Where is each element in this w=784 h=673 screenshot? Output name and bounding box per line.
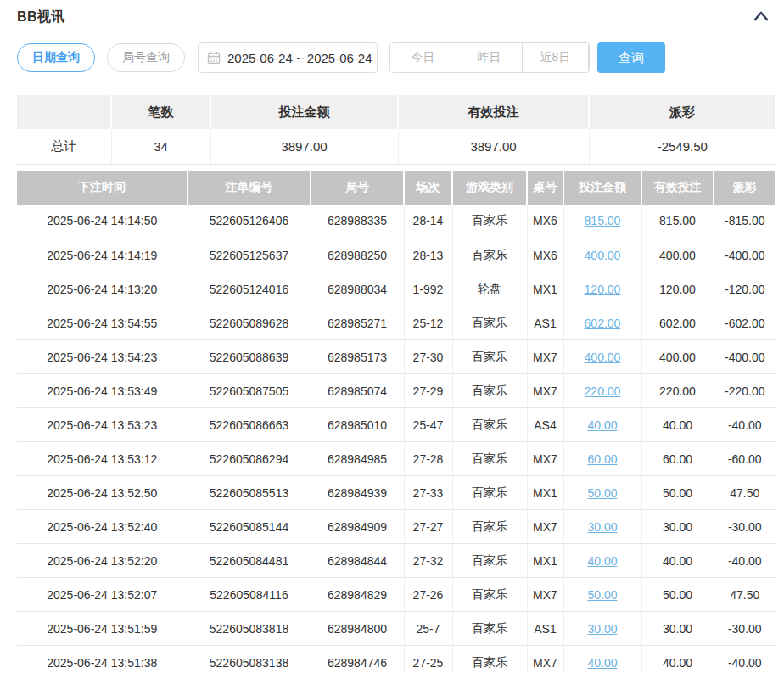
records-header-row: 下注时间 注单编号 局号 场次 游戏类别 桌号 投注金额 有效投注 派彩 (17, 171, 776, 205)
cell-bet-amount: 50.00 (563, 476, 641, 510)
cell-table-no: MX7 (527, 510, 563, 544)
bet-amount-link[interactable]: 400.00 (585, 351, 621, 364)
collapse-panel-button[interactable] (752, 7, 770, 25)
quick-date-button[interactable]: 昨日 (456, 43, 523, 72)
summary-header-cell (17, 95, 111, 129)
record-row: 2025-06-24 13:54:23 522605088639 6289851… (17, 340, 776, 374)
bet-amount-link[interactable]: 30.00 (587, 622, 617, 636)
cell-valid-bet: 120.00 (641, 272, 714, 306)
page-title: BB视讯 (17, 9, 65, 24)
records-header-cell: 注单编号 (188, 171, 311, 205)
cell-table-no: MX7 (527, 578, 563, 612)
records-header-cell: 桌号 (527, 171, 563, 205)
cell-bet-time: 2025-06-24 14:14:50 (17, 205, 188, 238)
search-button[interactable]: 查询 (597, 42, 665, 73)
cell-round-id: 628984939 (311, 476, 404, 510)
cell-bet-id: 522605086663 (188, 408, 311, 442)
cell-game-type: 百家乐 (452, 544, 527, 578)
cell-round-id: 628985271 (311, 306, 404, 340)
bet-amount-link[interactable]: 50.00 (587, 486, 617, 500)
bet-amount-link[interactable]: 40.00 (587, 418, 617, 432)
cell-table-no: AS4 (527, 408, 563, 442)
cell-bet-amount: 400.00 (563, 340, 641, 374)
cell-round-id: 628985074 (311, 374, 404, 408)
filter-toolbar: 日期查询 局号查询 2025-06-24 ~ 2025-06-24 今日 昨日 (17, 42, 767, 73)
summary-header-cell: 投注金额 (210, 95, 398, 129)
records-header-cell: 局号 (311, 171, 404, 205)
tab-round-query[interactable]: 局号查询 (107, 43, 185, 72)
cell-session: 27-26 (404, 578, 452, 612)
bet-amount-link[interactable]: 30.00 (587, 520, 617, 534)
cell-valid-bet: 30.00 (641, 510, 714, 544)
cell-bet-id: 522605089628 (188, 306, 311, 340)
bet-amount-link[interactable]: 120.00 (585, 283, 621, 296)
cell-round-id: 628988034 (311, 272, 404, 306)
cell-bet-amount: 602.00 (563, 306, 641, 340)
cell-table-no: MX6 (527, 238, 563, 272)
cell-round-id: 628984909 (311, 510, 404, 544)
cell-bet-time: 2025-06-24 13:53:23 (17, 408, 188, 442)
cell-session: 27-29 (404, 374, 452, 408)
cell-valid-bet: 40.00 (641, 408, 714, 442)
summary-header-cell: 有效投注 (398, 95, 589, 129)
cell-table-no: MX7 (527, 374, 563, 408)
cell-payout: -60.00 (714, 442, 776, 476)
cell-bet-id: 522605124016 (188, 272, 311, 306)
cell-game-type: 百家乐 (452, 612, 527, 646)
cell-bet-time: 2025-06-24 13:53:12 (17, 442, 188, 476)
cell-bet-id: 522605085513 (188, 476, 311, 510)
cell-session: 1-992 (404, 272, 452, 306)
cell-payout: -220.00 (714, 374, 776, 408)
cell-bet-id: 522605083818 (188, 612, 311, 646)
cell-round-id: 628984829 (311, 578, 404, 612)
cell-valid-bet: 220.00 (641, 374, 714, 408)
quick-date-button[interactable]: 今日 (390, 43, 456, 72)
cell-game-type: 百家乐 (452, 646, 527, 673)
record-row: 2025-06-24 13:52:40 522605085144 6289849… (17, 510, 776, 544)
cell-bet-amount: 30.00 (563, 612, 641, 646)
date-range-input[interactable]: 2025-06-24 ~ 2025-06-24 (198, 42, 378, 73)
cell-session: 27-25 (404, 646, 452, 673)
cell-game-type: 百家乐 (452, 238, 527, 272)
bet-amount-link[interactable]: 400.00 (585, 249, 621, 262)
date-range-value: 2025-06-24 ~ 2025-06-24 (227, 51, 372, 65)
cell-bet-amount: 120.00 (563, 272, 641, 306)
record-row: 2025-06-24 13:52:07 522605084116 6289848… (17, 578, 776, 612)
bet-amount-link[interactable]: 50.00 (587, 588, 617, 602)
record-row: 2025-06-24 13:51:59 522605083818 6289848… (17, 612, 776, 646)
bet-amount-link[interactable]: 602.00 (585, 317, 621, 330)
cell-payout: -400.00 (714, 340, 776, 374)
record-row: 2025-06-24 14:14:19 522605125637 6289882… (17, 238, 776, 272)
cell-bet-time: 2025-06-24 13:53:49 (17, 374, 188, 408)
cell-bet-id: 522605085144 (188, 510, 311, 544)
cell-payout: -40.00 (714, 408, 776, 442)
summary-total-label: 总计 (17, 129, 111, 164)
bet-amount-link[interactable]: 815.00 (585, 214, 621, 227)
cell-valid-bet: 60.00 (641, 442, 714, 476)
tab-date-query[interactable]: 日期查询 (17, 43, 95, 72)
cell-bet-amount: 30.00 (563, 510, 641, 544)
cell-bet-amount: 60.00 (563, 442, 641, 476)
bet-amount-link[interactable]: 40.00 (587, 656, 617, 670)
cell-bet-amount: 220.00 (563, 374, 641, 408)
cell-bet-time: 2025-06-24 13:54:23 (17, 340, 188, 374)
bet-amount-link[interactable]: 220.00 (585, 384, 621, 398)
cell-payout: -40.00 (714, 544, 776, 578)
cell-session: 25-7 (404, 612, 452, 646)
cell-game-type: 百家乐 (452, 442, 527, 476)
cell-session: 27-33 (404, 476, 452, 510)
summary-header-cell: 笔数 (111, 95, 210, 129)
record-row: 2025-06-24 13:53:23 522605086663 6289850… (17, 408, 776, 442)
chevron-up-icon (753, 11, 769, 21)
cell-session: 27-28 (404, 442, 452, 476)
summary-total-count: 34 (111, 129, 210, 164)
cell-valid-bet: 40.00 (641, 544, 714, 578)
cell-bet-time: 2025-06-24 13:51:59 (17, 612, 188, 646)
quick-date-button[interactable]: 近8日 (523, 43, 589, 72)
summary-table: 笔数 投注金额 有效投注 派彩 总计 34 3897.00 3897.00 -2… (17, 95, 776, 165)
bet-amount-link[interactable]: 40.00 (587, 554, 617, 568)
bet-amount-link[interactable]: 60.00 (587, 452, 617, 466)
cell-bet-amount: 815.00 (563, 205, 641, 238)
bb-video-records-panel: BB视讯 日期查询 局号查询 2025-06-24 ~ 2025-06-24 (0, 0, 784, 673)
records-table: 下注时间 注单编号 局号 场次 游戏类别 桌号 投注金额 有效投注 派彩 (17, 171, 776, 673)
